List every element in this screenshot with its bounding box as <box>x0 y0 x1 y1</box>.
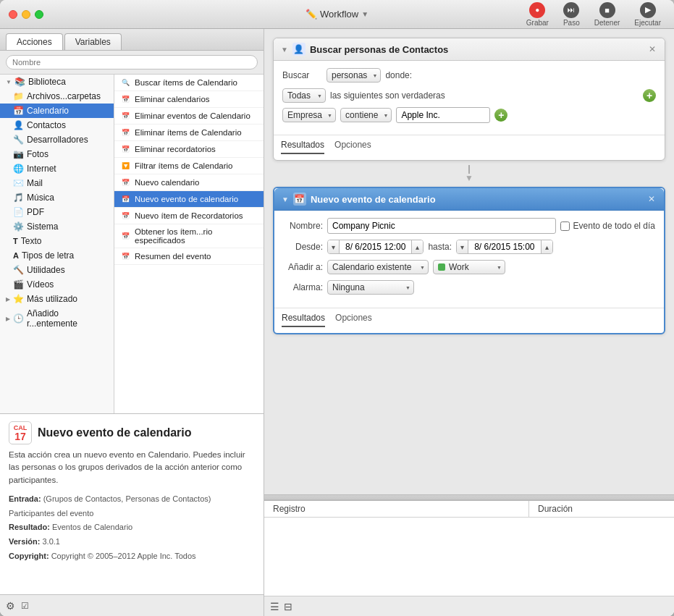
run-button[interactable]: ▶ Ejecutar <box>630 1 665 28</box>
card1-operator-select[interactable]: contiene <box>340 108 392 122</box>
tree-item-videos[interactable]: 🎬 Vídeos <box>0 277 114 292</box>
log-compact-btn[interactable]: ⊟ <box>284 601 292 612</box>
title-chevron[interactable]: ▼ <box>361 10 368 18</box>
tree-item-sistema[interactable]: ⚙️ Sistema <box>0 219 114 234</box>
action-eliminar-eventos[interactable]: 📅 Eliminar eventos de Calendario <box>114 108 264 125</box>
tree-label-sistema: Sistema <box>27 221 58 232</box>
card2-alarma-select[interactable]: Ninguna <box>327 280 414 295</box>
card2-allday-row: Evento de todo el día <box>560 221 655 231</box>
card2-icon: 📅 <box>293 193 306 206</box>
card2-hasta-up[interactable]: ▴ <box>542 240 552 253</box>
card2-tab-resultados[interactable]: Resultados <box>282 313 325 327</box>
card1-add-condition[interactable]: + <box>643 89 656 102</box>
expand-icon: ▼ <box>6 79 12 85</box>
card2-desde-up[interactable]: ▴ <box>412 240 423 253</box>
stop-label: Detener <box>594 19 620 27</box>
tree-item-pdf[interactable]: 📄 PDF <box>0 205 114 219</box>
card1-expand[interactable]: ▼ <box>281 46 288 54</box>
maximize-button[interactable] <box>35 10 43 19</box>
card1-search-select[interactable]: personas <box>327 68 381 83</box>
card2-calendario-select[interactable]: Calendario existente <box>327 260 429 274</box>
tree-item-mas-utilizado[interactable]: ▶ ⭐ Más utilizado <box>0 292 114 306</box>
tree-item-tipos[interactable]: A Tipos de letra <box>0 248 114 263</box>
action-nuevo-calendario[interactable]: 📅 Nuevo calendario <box>114 174 264 191</box>
info-title-row: CAL 17 Nuevo evento de calendario <box>9 421 255 444</box>
card2-tab-opciones[interactable]: Opciones <box>335 313 372 327</box>
card2-work-select[interactable]: Work <box>433 260 505 274</box>
action-resumen[interactable]: 📅 Resumen del evento <box>114 248 264 265</box>
card1-tab-resultados[interactable]: Resultados <box>281 140 324 154</box>
action-nuevo-item-rec[interactable]: 📅 Nuevo ítem de Recordatorios <box>114 208 264 224</box>
info-description: Esta acción crea un nuevo evento en Cale… <box>9 449 255 486</box>
action-obtener-items[interactable]: 📅 Obtener los ítem...rio especificados <box>114 224 264 248</box>
card1-tab-opciones[interactable]: Opciones <box>334 140 371 154</box>
close-button[interactable] <box>9 10 17 19</box>
minimize-button[interactable] <box>22 10 30 19</box>
tree-item-texto[interactable]: T Texto <box>0 234 114 248</box>
card2-hasta-down[interactable]: ▾ <box>457 240 468 253</box>
tree-icon-pdf: 📄 <box>13 207 24 217</box>
tree-label-texto: Texto <box>21 236 42 246</box>
checkbox-button[interactable]: ☑ <box>21 601 29 611</box>
card1-title: Buscar personas de Contactos <box>310 44 643 55</box>
action-label-elim-it: Eliminar ítems de Calendario <box>135 128 242 137</box>
action-eliminar-recordatorios[interactable]: 📅 Eliminar recordatorios <box>114 141 264 158</box>
card2-allday-checkbox[interactable] <box>560 221 570 231</box>
card1-condition-row: Todas las siguientes son verdaderas + <box>282 88 656 103</box>
card2-close[interactable]: ✕ <box>646 194 657 204</box>
card2-desde-stepper[interactable]: ▾ 8/ 6/2015 12:00 ▴ <box>327 240 424 254</box>
log-list-btn[interactable]: ☰ <box>270 601 279 612</box>
action-icon-nuevo-cal: 📅 <box>120 177 130 187</box>
action-filtrar-items[interactable]: 🔽 Filtrar ítems de Calendario <box>114 158 264 174</box>
search-input[interactable] <box>6 55 258 69</box>
action-buscar-items[interactable]: 🔍 Buscar ítems de Calendario <box>114 75 264 91</box>
tree-item-mail[interactable]: ✉️ Mail <box>0 176 114 190</box>
card2-expand[interactable]: ▼ <box>282 195 289 203</box>
card2-nombre-row: Nombre: Evento de todo el día <box>283 218 655 234</box>
card2-desde-value: 8/ 6/2015 12:00 <box>339 240 412 253</box>
gear-button[interactable]: ⚙ <box>6 600 15 612</box>
action-eliminar-items[interactable]: 📅 Eliminar ítems de Calendario <box>114 125 264 141</box>
log-body <box>264 518 674 596</box>
tree-item-calendario[interactable]: 📅 Calendario <box>0 104 114 118</box>
tree-item-anadido[interactable]: ▶ 🕒 Añadido r...entemente <box>0 306 114 331</box>
card1-field-select[interactable]: Empresa <box>282 108 336 122</box>
tree-icon-archivos: 📁 <box>13 91 24 101</box>
card2-desde-down[interactable]: ▾ <box>328 240 339 253</box>
info-day: 17 <box>14 431 26 442</box>
tab-acciones[interactable]: Acciones <box>6 33 63 50</box>
tree-item-fotos[interactable]: 📷 Fotos <box>0 147 114 161</box>
tree-item-biblioteca[interactable]: ▼ 📚 Biblioteca <box>0 75 114 89</box>
action-nuevo-evento[interactable]: 📅 Nuevo evento de calendario <box>114 191 264 208</box>
card1-filter-row: Empresa contiene + <box>282 107 656 123</box>
tree-item-archivos[interactable]: 📁 Archivos...carpetas <box>0 89 114 104</box>
card1-add-filter[interactable]: + <box>494 109 507 122</box>
tree-label-mas: Más utilizado <box>27 294 77 304</box>
tree-item-musica[interactable]: 🎵 Música <box>0 190 114 205</box>
card1-condition-select[interactable]: Todas <box>282 88 326 103</box>
tree-item-internet[interactable]: 🌐 Internet <box>0 161 114 176</box>
card1-close[interactable]: ✕ <box>647 44 657 54</box>
info-panel: CAL 17 Nuevo evento de calendario Esta a… <box>0 413 264 594</box>
stop-button[interactable]: ■ Detener <box>590 1 625 28</box>
step-button[interactable]: ⏭ Paso <box>559 1 584 28</box>
tree-label-utilidades: Utilidades <box>27 265 65 275</box>
action-label-elim-rec: Eliminar recordatorios <box>135 145 216 153</box>
sidebar-search-container <box>0 51 264 75</box>
tree-label-musica: Música <box>27 193 54 203</box>
card2-nombre-input[interactable] <box>327 218 556 234</box>
tree-item-contactos[interactable]: 👤 Contactos <box>0 118 114 132</box>
card2-work-value: Work <box>449 262 469 272</box>
record-button[interactable]: ● Grabar <box>522 1 553 28</box>
log-header: Registro Duración <box>264 501 674 518</box>
card1-value-input[interactable] <box>396 107 490 123</box>
app-window: ✏️ Workflow ▼ ● Grabar ⏭ Paso ■ Detener … <box>0 0 674 616</box>
action-eliminar-calendarios[interactable]: 📅 Eliminar calendarios <box>114 91 264 108</box>
card2-header: ▼ 📅 Nuevo evento de calendario ✕ <box>274 188 664 211</box>
tab-variables[interactable]: Variables <box>64 33 122 50</box>
tree-item-desarrolladores[interactable]: 🔧 Desarrolladores <box>0 132 114 147</box>
tree-item-utilidades[interactable]: 🔨 Utilidades <box>0 263 114 277</box>
card2-hasta-stepper[interactable]: ▾ 8/ 6/2015 15:00 ▴ <box>456 240 552 254</box>
tree-label-tipos: Tipos de letra <box>22 250 74 261</box>
workflow-panel: ▼ 👤 Buscar personas de Contactos ✕ Busca… <box>264 29 674 616</box>
